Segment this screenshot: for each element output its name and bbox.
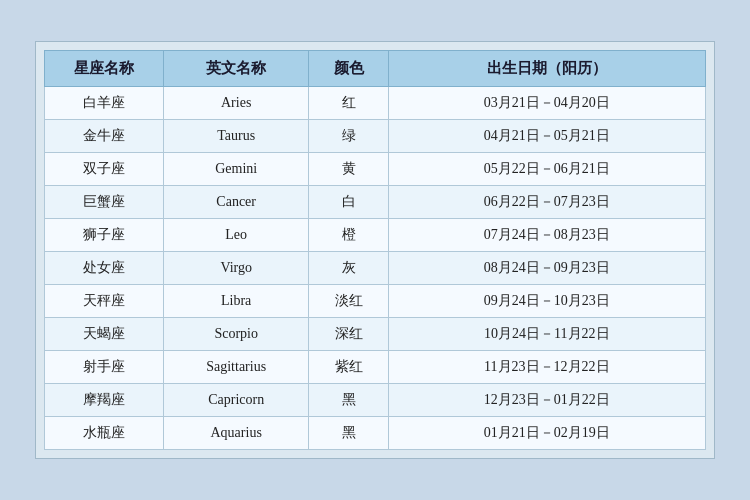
table-row: 射手座Sagittarius紫红11月23日－12月22日 bbox=[45, 351, 706, 384]
table-row: 金牛座Taurus绿04月21日－05月21日 bbox=[45, 120, 706, 153]
cell-date: 10月24日－11月22日 bbox=[388, 318, 705, 351]
cell-date: 09月24日－10月23日 bbox=[388, 285, 705, 318]
table-row: 天秤座Libra淡红09月24日－10月23日 bbox=[45, 285, 706, 318]
cell-date: 08月24日－09月23日 bbox=[388, 252, 705, 285]
cell-color: 橙 bbox=[309, 219, 388, 252]
cell-english: Scorpio bbox=[163, 318, 308, 351]
table-row: 巨蟹座Cancer白06月22日－07月23日 bbox=[45, 186, 706, 219]
cell-color: 红 bbox=[309, 87, 388, 120]
table-row: 水瓶座Aquarius黑01月21日－02月19日 bbox=[45, 417, 706, 450]
cell-chinese: 白羊座 bbox=[45, 87, 164, 120]
cell-date: 12月23日－01月22日 bbox=[388, 384, 705, 417]
table-row: 双子座Gemini黄05月22日－06月21日 bbox=[45, 153, 706, 186]
zodiac-table-container: 星座名称 英文名称 颜色 出生日期（阳历） 白羊座Aries红03月21日－04… bbox=[35, 41, 715, 459]
table-row: 摩羯座Capricorn黑12月23日－01月22日 bbox=[45, 384, 706, 417]
cell-chinese: 金牛座 bbox=[45, 120, 164, 153]
cell-english: Virgo bbox=[163, 252, 308, 285]
cell-chinese: 双子座 bbox=[45, 153, 164, 186]
cell-color: 绿 bbox=[309, 120, 388, 153]
header-english: 英文名称 bbox=[163, 51, 308, 87]
cell-color: 黑 bbox=[309, 384, 388, 417]
table-row: 狮子座Leo橙07月24日－08月23日 bbox=[45, 219, 706, 252]
cell-color: 白 bbox=[309, 186, 388, 219]
cell-date: 04月21日－05月21日 bbox=[388, 120, 705, 153]
table-row: 天蝎座Scorpio深红10月24日－11月22日 bbox=[45, 318, 706, 351]
cell-date: 06月22日－07月23日 bbox=[388, 186, 705, 219]
cell-english: Cancer bbox=[163, 186, 308, 219]
table-row: 白羊座Aries红03月21日－04月20日 bbox=[45, 87, 706, 120]
header-date: 出生日期（阳历） bbox=[388, 51, 705, 87]
cell-color: 灰 bbox=[309, 252, 388, 285]
cell-chinese: 天蝎座 bbox=[45, 318, 164, 351]
header-color: 颜色 bbox=[309, 51, 388, 87]
cell-color: 深红 bbox=[309, 318, 388, 351]
cell-color: 紫红 bbox=[309, 351, 388, 384]
cell-color: 淡红 bbox=[309, 285, 388, 318]
cell-date: 01月21日－02月19日 bbox=[388, 417, 705, 450]
cell-chinese: 射手座 bbox=[45, 351, 164, 384]
cell-date: 05月22日－06月21日 bbox=[388, 153, 705, 186]
cell-chinese: 水瓶座 bbox=[45, 417, 164, 450]
table-row: 处女座Virgo灰08月24日－09月23日 bbox=[45, 252, 706, 285]
table-header-row: 星座名称 英文名称 颜色 出生日期（阳历） bbox=[45, 51, 706, 87]
cell-english: Libra bbox=[163, 285, 308, 318]
cell-chinese: 巨蟹座 bbox=[45, 186, 164, 219]
cell-chinese: 天秤座 bbox=[45, 285, 164, 318]
cell-english: Aquarius bbox=[163, 417, 308, 450]
cell-english: Aries bbox=[163, 87, 308, 120]
zodiac-table: 星座名称 英文名称 颜色 出生日期（阳历） 白羊座Aries红03月21日－04… bbox=[44, 50, 706, 450]
cell-date: 11月23日－12月22日 bbox=[388, 351, 705, 384]
cell-chinese: 处女座 bbox=[45, 252, 164, 285]
header-chinese: 星座名称 bbox=[45, 51, 164, 87]
cell-english: Gemini bbox=[163, 153, 308, 186]
cell-color: 黑 bbox=[309, 417, 388, 450]
cell-english: Leo bbox=[163, 219, 308, 252]
cell-chinese: 狮子座 bbox=[45, 219, 164, 252]
cell-color: 黄 bbox=[309, 153, 388, 186]
cell-date: 03月21日－04月20日 bbox=[388, 87, 705, 120]
cell-english: Sagittarius bbox=[163, 351, 308, 384]
cell-english: Taurus bbox=[163, 120, 308, 153]
cell-english: Capricorn bbox=[163, 384, 308, 417]
cell-chinese: 摩羯座 bbox=[45, 384, 164, 417]
cell-date: 07月24日－08月23日 bbox=[388, 219, 705, 252]
